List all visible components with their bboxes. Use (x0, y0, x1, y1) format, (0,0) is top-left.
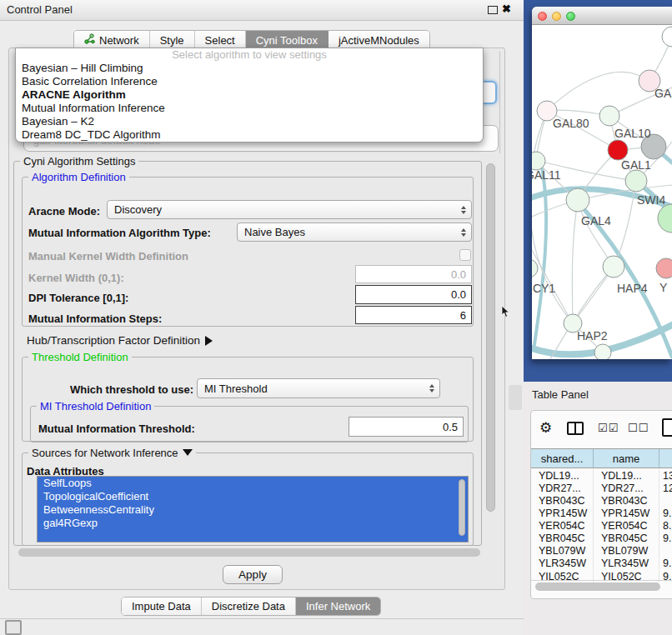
column-header-name[interactable]: name (594, 449, 659, 468)
node-salmon[interactable] (656, 258, 672, 278)
node-gal4[interactable] (566, 188, 589, 212)
select-all-checkboxes-icon[interactable]: ☑☑ (598, 422, 619, 434)
settings-vertical-scrollbar[interactable] (486, 163, 495, 512)
tab-cyni-toolbox[interactable]: Cyni Toolbox (246, 31, 328, 49)
stepper-arrows-icon (461, 228, 466, 237)
which-threshold-label: Which threshold to use: (70, 383, 193, 396)
node-gal1-red[interactable] (608, 140, 628, 160)
mi-steps-field[interactable]: 6 (355, 306, 472, 324)
tab-style[interactable]: Style (150, 31, 195, 49)
node-gal10[interactable] (599, 106, 619, 126)
minimize-traffic-light-icon[interactable] (552, 12, 561, 21)
dropdown-item[interactable]: Dream8 DC_TDC Algorithm (16, 128, 483, 142)
tab-infer-network[interactable]: Infer Network (296, 598, 380, 615)
expanded-arrow-icon[interactable] (183, 449, 193, 456)
dpi-tolerance-label: DPI Tolerance [0,1]: (28, 292, 128, 304)
column-header-shared-name[interactable]: shared... (531, 449, 594, 468)
table-row[interactable]: YER054CYER054C8. (531, 519, 672, 532)
collapsed-panel-icon[interactable] (5, 620, 22, 635)
stepper-arrows-icon (461, 206, 466, 214)
float-window-icon[interactable] (488, 6, 498, 14)
dropdown-item[interactable]: Mutual Information Inference (16, 102, 483, 115)
zoom-traffic-light-icon[interactable] (566, 12, 575, 21)
table-panel: ⚙ ☑☑ ☐☐ shared... name YDL19...YDL19...1… (530, 410, 672, 599)
table-row[interactable]: YPR145WYPR145W9. (531, 507, 672, 519)
apply-button[interactable]: Apply (223, 565, 283, 584)
list-item-partial[interactable] (38, 530, 468, 542)
dropdown-item[interactable]: Basic Correlation Inference (16, 75, 483, 88)
dropdown-item-aracne[interactable]: ARACNE Algorithm (16, 88, 483, 102)
table-row[interactable]: YBL079WYBL079W (531, 544, 672, 557)
node-label: GAL4 (581, 214, 611, 228)
screen: Control Panel ✖ Network Style Select Cyn… (0, 0, 672, 635)
node-hap4[interactable] (603, 256, 624, 278)
node-gcy1[interactable] (532, 259, 538, 278)
network-icon (84, 33, 95, 47)
kernel-width-field: 0.0 (355, 265, 472, 283)
document-icon[interactable] (662, 418, 672, 437)
list-item[interactable]: gal4RGexp (38, 517, 468, 530)
manual-kernel-label: Manual Kernel Width Definition (28, 250, 188, 262)
tab-jactivemnodules[interactable]: jActiveMNodules (328, 31, 429, 49)
close-icon[interactable]: ✖ (502, 2, 511, 15)
list-item[interactable]: SelfLoops (38, 477, 468, 490)
threshold-definition-title: Threshold Definition (28, 351, 132, 363)
dpi-tolerance-field[interactable]: 0.0 (355, 285, 472, 304)
tab-network[interactable]: Network (74, 31, 150, 49)
node-label: GCY1 (532, 282, 555, 295)
sources-group-title[interactable]: Sources for Network Inference (28, 447, 196, 459)
node-label: HAP2 (577, 329, 608, 342)
collapsed-arrow-icon[interactable] (205, 336, 213, 346)
node[interactable] (662, 27, 672, 47)
node-label: GAL80 (553, 117, 589, 130)
node-swi4[interactable] (625, 170, 647, 192)
dropdown-item[interactable]: Bayesian – K2 (16, 115, 483, 128)
node-label: GAL11 (532, 168, 561, 182)
dropdown-item[interactable]: Bayesian – Hill Climbing (16, 62, 483, 75)
cyni-settings-group-title: Cyni Algorithm Settings (20, 155, 138, 168)
mouse-cursor (501, 306, 511, 318)
mi-threshold-field[interactable]: 0.5 (349, 417, 464, 437)
list-item[interactable]: TopologicalCoefficient (38, 490, 468, 503)
data-attributes-list[interactable]: SelfLoops TopologicalCoefficient Between… (37, 476, 469, 542)
algorithm-definition-title: Algorithm Definition (28, 171, 129, 183)
network-canvas[interactable]: GAL80 GAL10 GAL1 GAL11 SWI4 GAL4 GCY1 HA… (532, 25, 672, 359)
node[interactable] (658, 204, 672, 232)
table-row[interactable]: YLR345WYLR345W9. (531, 557, 672, 569)
deselect-all-checkboxes-icon[interactable]: ☐☐ (628, 422, 649, 434)
window-bottom-edge (0, 618, 524, 619)
stepper-arrows-icon (429, 384, 434, 392)
panel-divider-line (499, 52, 500, 153)
close-traffic-light-icon[interactable] (538, 12, 547, 21)
gear-icon[interactable]: ⚙ (539, 419, 552, 437)
node-label: SWI4 (637, 193, 665, 207)
node-label: Y (659, 281, 668, 294)
aracne-mode-combo[interactable]: Discovery (107, 200, 472, 219)
which-threshold-combo[interactable]: MI Threshold (197, 378, 440, 398)
table-row[interactable]: YDR27...YDR27...12 (531, 482, 672, 494)
tab-select[interactable]: Select (195, 31, 246, 49)
column-header-partial[interactable] (659, 449, 672, 468)
control-panel-titlebar: Control Panel (0, 0, 524, 21)
mi-steps-label: Mutual Information Steps: (28, 312, 162, 325)
table-row[interactable]: YBR043CYBR043C (531, 494, 672, 507)
node[interactable] (594, 344, 611, 359)
columns-icon[interactable] (567, 422, 584, 435)
panel-splitter[interactable] (509, 385, 522, 410)
list-item[interactable]: BetweennessCentrality (38, 503, 468, 517)
tab-discretize-data[interactable]: Discretize Data (202, 598, 296, 615)
node-label: GAL10 (614, 127, 651, 140)
tab-impute-data[interactable]: Impute Data (122, 598, 202, 615)
table-row[interactable]: YDL19...YDL19...13 (531, 469, 672, 482)
manual-kernel-checkbox[interactable] (459, 249, 471, 261)
mi-threshold-label: Mutual Information Threshold: (38, 422, 195, 435)
table-row[interactable]: YBR045CYBR045C9. (531, 532, 672, 544)
table-horizontal-scrollbar[interactable] (535, 582, 660, 591)
mi-algorithm-type-combo[interactable]: Naive Bayes (237, 222, 472, 242)
tab-network-label: Network (99, 34, 139, 47)
hub-definition-toggle[interactable]: Hub/Transcription Factor Definition (27, 334, 213, 347)
network-view-window[interactable]: GAL80 GAL10 GAL1 GAL11 SWI4 GAL4 GCY1 HA… (532, 7, 672, 359)
network-window-titlebar[interactable] (532, 7, 672, 25)
horizontal-scrollbar[interactable] (18, 548, 480, 557)
list-scrollbar[interactable] (459, 479, 465, 536)
